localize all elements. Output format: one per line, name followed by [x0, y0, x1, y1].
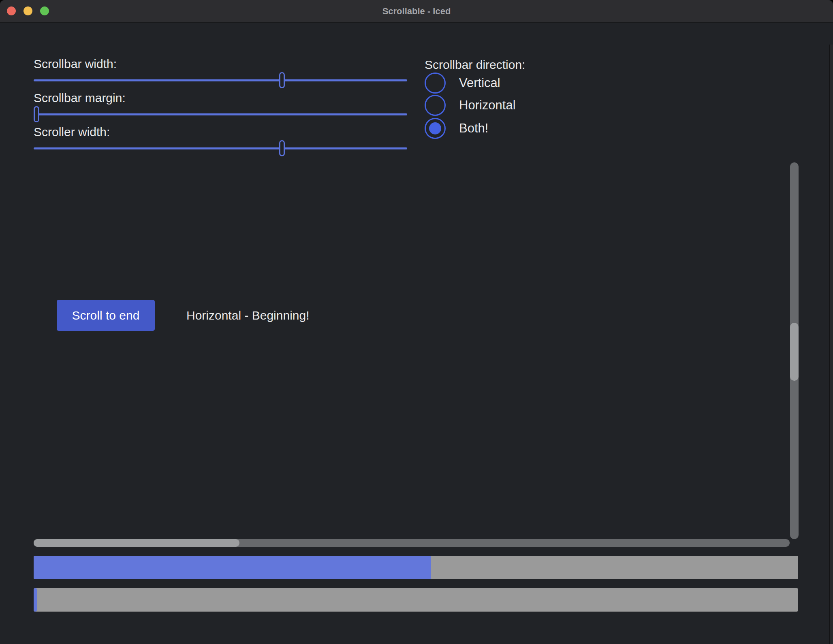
scrollbar-width-slider[interactable] [34, 72, 407, 88]
radio-label: Both! [459, 121, 488, 136]
radio-circle-icon[interactable] [425, 95, 446, 116]
app-window: Scrollable - Iced Scrollbar width: Scrol… [0, 0, 833, 644]
radio-label: Horizontal [459, 98, 516, 113]
vertical-scrollbar-thumb[interactable] [790, 323, 799, 381]
vertical-scrollbar-track[interactable] [790, 162, 799, 539]
vertical-progress-bar [34, 588, 798, 612]
radio-dot-icon [429, 122, 441, 134]
radio-label: Vertical [459, 76, 500, 90]
titlebar[interactable]: Scrollable - Iced [0, 0, 833, 23]
slider-handle[interactable] [279, 72, 285, 88]
radio-vertical[interactable]: Vertical [425, 73, 500, 94]
scroll-status-text: Horizontal - Beginning! [186, 300, 310, 331]
window-title: Scrollable - Iced [0, 0, 833, 22]
horizontal-progress-bar [34, 556, 798, 579]
radio-circle-icon[interactable] [425, 118, 446, 139]
content-area: Scrollbar width: Scrollbar margin: Scrol… [0, 22, 833, 644]
scrollbar-direction-label: Scrollbar direction: [425, 58, 525, 72]
horizontal-scrollbar-thumb[interactable] [34, 539, 239, 547]
radio-horizontal[interactable]: Horizontal [425, 95, 516, 116]
scroller-width-label: Scroller width: [34, 125, 110, 139]
progress-fill [34, 556, 431, 579]
horizontal-scrollbar-track[interactable] [34, 539, 790, 547]
scrollbar-margin-slider[interactable] [34, 106, 407, 122]
progress-fill [34, 588, 37, 612]
window-right-edge-strip [830, 45, 833, 644]
radio-both[interactable]: Both! [425, 118, 488, 139]
slider-handle[interactable] [34, 106, 39, 122]
slider-track[interactable] [34, 147, 407, 149]
slider-handle[interactable] [279, 140, 285, 156]
slider-track[interactable] [34, 79, 407, 81]
radio-circle-icon[interactable] [425, 73, 446, 94]
scrollbar-width-label: Scrollbar width: [34, 57, 117, 71]
slider-track[interactable] [34, 113, 407, 115]
scrollbar-margin-label: Scrollbar margin: [34, 91, 126, 105]
scroller-width-slider[interactable] [34, 140, 407, 156]
scroll-to-end-button[interactable]: Scroll to end [57, 300, 155, 331]
